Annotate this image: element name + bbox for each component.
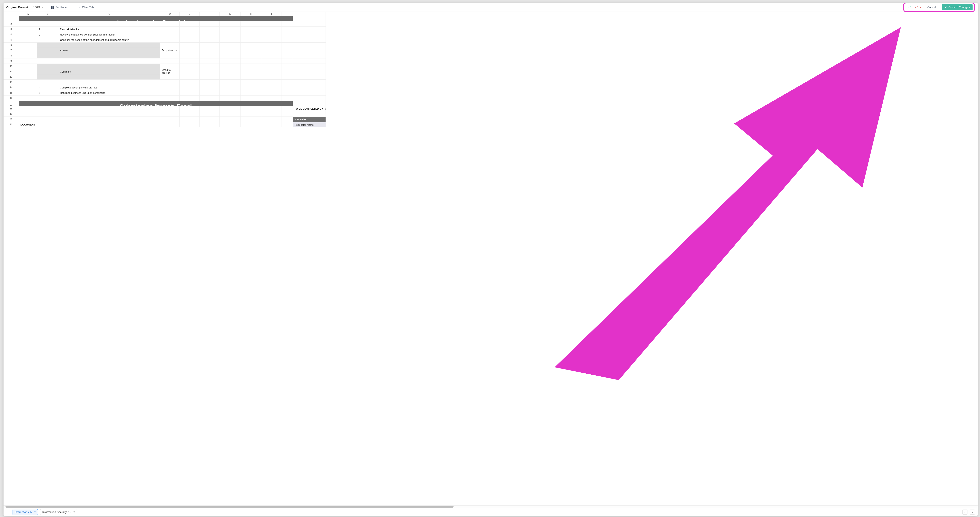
cell-A8[interactable] [19, 53, 37, 59]
cell-I16[interactable] [262, 96, 282, 101]
cell-B20[interactable] [37, 117, 59, 122]
cell-J9[interactable] [282, 59, 293, 64]
cell-G7[interactable] [220, 48, 241, 53]
cell-B11[interactable] [37, 69, 59, 74]
cell-D5[interactable] [160, 37, 180, 43]
row-header-2[interactable]: 2 [3, 21, 19, 27]
cell-A10[interactable] [19, 64, 37, 69]
cell-F18[interactable] [199, 106, 220, 112]
cell-J4[interactable] [282, 32, 293, 37]
cell-C6[interactable] [59, 43, 160, 48]
row-header-8[interactable]: 8 [3, 53, 19, 59]
cell-I11[interactable] [262, 69, 282, 74]
cell-A12[interactable] [19, 74, 37, 80]
col-header-blank1[interactable] [282, 12, 293, 16]
cell-K6[interactable] [293, 43, 326, 48]
cell-A20[interactable] [19, 117, 37, 122]
cell-G11[interactable] [220, 69, 241, 74]
cell-F6[interactable] [199, 43, 220, 48]
row-header-18[interactable]: 18 [3, 106, 19, 112]
cell-J13[interactable] [282, 80, 293, 85]
cell-K7[interactable] [293, 48, 326, 53]
cell-G2[interactable] [220, 21, 241, 27]
cell-C13[interactable] [59, 80, 160, 85]
clear-tab-button[interactable]: ✕ Clear Tab [76, 5, 96, 10]
cell-D14[interactable] [160, 85, 180, 90]
cell-K21[interactable]: Requestor Name [293, 122, 326, 127]
confirm-changes-button[interactable]: ✓ Confirm Changes [942, 4, 972, 10]
row-header-11[interactable]: 11 [3, 69, 19, 74]
col-header-F[interactable]: F [199, 12, 220, 16]
cell-E19[interactable] [180, 112, 199, 117]
cell-A9[interactable] [19, 59, 37, 64]
cell-K15[interactable] [293, 90, 326, 96]
cell-B4[interactable]: 2 [37, 32, 59, 37]
cell-E6[interactable] [180, 43, 199, 48]
cell-H20[interactable] [241, 117, 262, 122]
row-header-15[interactable]: 15 [3, 90, 19, 96]
cell-A11[interactable] [19, 69, 37, 74]
col-header-A[interactable]: A [19, 12, 37, 16]
cell-H14[interactable] [241, 85, 262, 90]
cell-E14[interactable] [180, 85, 199, 90]
cell-D11[interactable]: Used to provide [160, 69, 180, 74]
cell-G8[interactable] [220, 53, 241, 59]
sheet-body[interactable]: 1 Instructions for Completion 2 3 1 Read… [3, 16, 978, 506]
cell-D18[interactable] [160, 106, 180, 112]
cell-I14[interactable] [262, 85, 282, 90]
cell-J7[interactable] [282, 48, 293, 53]
cell-H13[interactable] [241, 80, 262, 85]
cell-A13[interactable] [19, 80, 37, 85]
cell-B16[interactable] [37, 96, 59, 101]
cell-D8[interactable] [160, 53, 180, 59]
cell-H4[interactable] [241, 32, 262, 37]
cell-E4[interactable] [180, 32, 199, 37]
cell-G21[interactable] [220, 122, 241, 127]
scroll-tabs-right[interactable]: › [970, 509, 975, 515]
cell-G6[interactable] [220, 43, 241, 48]
cell-D9[interactable] [160, 59, 180, 64]
cell-C19[interactable] [59, 112, 160, 117]
cell-D12[interactable] [160, 74, 180, 80]
cell-E18[interactable] [180, 106, 199, 112]
cell-I4[interactable] [262, 32, 282, 37]
cell-C11[interactable]: Comment [59, 69, 160, 74]
cell-E21[interactable] [180, 122, 199, 127]
select-all-corner[interactable] [3, 12, 19, 16]
cell-F8[interactable] [199, 53, 220, 59]
cell-E5[interactable] [180, 37, 199, 43]
cell-J10[interactable] [282, 64, 293, 69]
cell-J6[interactable] [282, 43, 293, 48]
set-pattern-button[interactable]: Set Pattern [49, 5, 72, 10]
cell-I3[interactable] [262, 27, 282, 32]
cell-J14[interactable] [282, 85, 293, 90]
cell-F2[interactable] [199, 21, 220, 27]
cell-B15[interactable]: 5 [37, 90, 59, 96]
cell-I7[interactable] [262, 48, 282, 53]
cell-I6[interactable] [262, 43, 282, 48]
cell-C7[interactable]: Answer [59, 48, 160, 53]
cell-G10[interactable] [220, 64, 241, 69]
cell-C9[interactable] [59, 59, 160, 64]
cell-H18[interactable] [241, 106, 262, 112]
cell-K18[interactable]: TO BE COMPLETED BY REQUES [293, 106, 326, 112]
cell-C21[interactable] [59, 122, 160, 127]
cell-A5[interactable] [19, 37, 37, 43]
cell-I10[interactable] [262, 64, 282, 69]
cell-G13[interactable] [220, 80, 241, 85]
cell-E11[interactable] [180, 69, 199, 74]
cell-D13[interactable] [160, 80, 180, 85]
cell-H11[interactable] [241, 69, 262, 74]
cell-E13[interactable] [180, 80, 199, 85]
cell-A18[interactable] [19, 106, 37, 112]
cell-E9[interactable] [180, 59, 199, 64]
cell-I12[interactable] [262, 74, 282, 80]
cell-H3[interactable] [241, 27, 262, 32]
cell-E7[interactable] [180, 48, 199, 53]
cell-B8[interactable] [37, 53, 59, 59]
cell-K14[interactable] [293, 85, 326, 90]
cancel-button[interactable]: Cancel [925, 5, 938, 10]
cell-I2[interactable] [262, 21, 282, 27]
cell-F5[interactable] [199, 37, 220, 43]
cell-H19[interactable] [241, 112, 262, 117]
